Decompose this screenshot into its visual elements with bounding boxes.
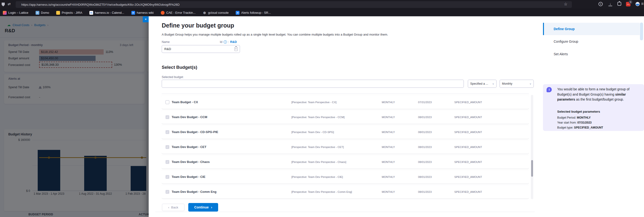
bookmark-alerts[interactable]: ≫Alerts followup - SR... xyxy=(236,11,271,15)
continue-button[interactable]: Continue › xyxy=(188,203,218,212)
wizard-steps-panel: Define Group Configure Group Set Alerts … xyxy=(541,16,644,217)
budget-row[interactable]: ✓ Team Dev Budget - CET [Perspective: Te… xyxy=(162,140,529,154)
budget-period: MONTHLY xyxy=(382,176,395,178)
budget-date: 08/01/2023 xyxy=(418,146,432,148)
step-configure-group[interactable]: Configure Group xyxy=(543,35,640,48)
chevron-right-icon: › xyxy=(211,206,212,209)
name-input[interactable]: R&D xyxy=(162,45,240,53)
budget-perspective: [Perspective: Team Dev Perspective - Cha… xyxy=(292,160,346,164)
info-bubble-icon: i xyxy=(546,87,552,92)
info-text: You would be able to form a new budget g… xyxy=(557,87,639,102)
budget-date: 08/01/2023 xyxy=(418,190,432,193)
budget-perspective: [Perspective: Team Dev Perspective - CET… xyxy=(292,146,344,148)
budget-period: MONTHLY xyxy=(382,160,395,164)
budget-period: MONTHLY xyxy=(382,101,395,104)
budget-row[interactable]: ✓ Team Dev Budget - CD-SPG-PIE [Perspect… xyxy=(162,126,529,139)
scrollbar-thumb[interactable] xyxy=(531,160,533,177)
budget-row[interactable]: ✓ Team Dev Budget - CCM [Perspective: Te… xyxy=(162,110,529,124)
domo-favicon: D xyxy=(36,11,39,15)
chevron-left-icon: ‹ xyxy=(168,206,169,209)
budget-date: 08/01/2023 xyxy=(418,131,432,134)
checkbox[interactable]: ✓ xyxy=(166,115,169,119)
bookmark-cae[interactable]: CAE - Error Trackin... xyxy=(161,11,196,15)
budget-row[interactable]: ✓ Team Dev Budget - Comm Eng [Perspectiv… xyxy=(162,185,529,198)
budget-row[interactable]: ✓ Team Dev Budget - Chaos [Perspective: … xyxy=(162,155,529,168)
close-icon[interactable]: × xyxy=(143,16,149,22)
globe-icon: ⊕ xyxy=(203,11,206,15)
pocket-icon[interactable]: ∨ xyxy=(598,2,603,6)
budget-date: 08/01/2023 xyxy=(418,160,432,164)
budget-perspective: [Perspective: Team Perspective - CX] xyxy=(292,101,336,104)
budget-period-dropdown[interactable]: Monthly ∨ xyxy=(500,80,534,88)
budget-name: Team Dev Budget - CD-SPG-PIE xyxy=(172,130,218,134)
checkbox[interactable]: ✓ xyxy=(166,175,169,179)
confluence-favicon: ≫ xyxy=(131,11,135,15)
bookmark-jira[interactable]: Projects - JIRA xyxy=(56,11,82,15)
checkbox[interactable]: ✓ xyxy=(166,160,169,164)
budget-name: Team Dev Budget - CET xyxy=(172,145,206,149)
jira-favicon xyxy=(56,11,60,15)
step-define-group[interactable]: Define Group xyxy=(543,23,640,35)
bookmark-gcloud[interactable]: ⊕gcloud console xyxy=(203,11,229,15)
selected-budget-label: Selected budget xyxy=(162,76,183,79)
budget-period: MONTHLY xyxy=(382,190,395,193)
budget-period: MONTHLY xyxy=(382,131,395,134)
modal-description: A Budget Group helps you manage multiple… xyxy=(162,33,527,36)
bookmark-calendar[interactable]: 31harness.io - Calend... xyxy=(90,11,124,15)
param-type: Budget type: SPECIFIED_AMOUNT xyxy=(557,126,603,129)
bookmark-domo[interactable]: DDomo xyxy=(36,11,49,15)
info-card: i You would be able to form a new budget… xyxy=(543,84,644,131)
divider xyxy=(155,212,535,212)
param-year-start: Year start from: 07/31/2023 xyxy=(557,121,592,124)
select-budgets-title: Select Budget(s) xyxy=(162,65,197,70)
budget-row[interactable]: ✓ Team Budget - CX [Perspective: Team Pe… xyxy=(162,96,529,109)
checkbox[interactable]: ✓ xyxy=(166,100,169,104)
info-icon[interactable]: i xyxy=(224,40,227,44)
param-period: Budget Period: MONTHLY xyxy=(557,116,591,119)
clipboard-icon[interactable] xyxy=(234,47,238,51)
account-icon[interactable] xyxy=(636,2,640,6)
bookmark-lattice[interactable]: Login – Lattice xyxy=(3,11,28,15)
budget-perspective: [Perspective: Team Dev Perspective - CIE… xyxy=(292,176,343,178)
budget-date: 07/31/2023 xyxy=(418,101,432,104)
menu-icon[interactable]: ≡ xyxy=(641,2,644,6)
budget-type-dropdown[interactable]: Specified a ... ∨ xyxy=(468,80,496,88)
checkbox[interactable]: ✓ xyxy=(166,145,169,149)
shield-icon[interactable] xyxy=(2,2,5,6)
extensions-icon[interactable] xyxy=(618,2,621,6)
name-label: Name xyxy=(162,40,170,44)
bookmark-star-icon[interactable]: ☆ xyxy=(564,2,568,7)
budget-name: Team Dev Budget - Comm Eng xyxy=(172,190,216,194)
step-set-alerts[interactable]: Set Alerts xyxy=(543,48,640,60)
swap-arrows-icon[interactable]: ⇄ xyxy=(8,2,11,6)
budget-row[interactable]: ✓ Team Dev Budget - CIE [Perspective: Te… xyxy=(162,170,529,184)
back-button[interactable]: ‹ Back xyxy=(162,204,184,211)
checkbox[interactable]: ✓ xyxy=(166,190,169,194)
chevron-down-icon: ∨ xyxy=(530,82,531,86)
checkbox[interactable]: ✓ xyxy=(166,130,169,134)
calendar-favicon: 31 xyxy=(90,11,93,15)
budget-type: SPECIFIED_AMOUNT xyxy=(454,101,482,104)
app-root: ⇄ https://app.harness.io/ng/account/wFHX… xyxy=(0,0,644,217)
id-line: Id i : R&D xyxy=(220,40,237,44)
budget-period: MONTHLY xyxy=(382,116,395,118)
budget-name: Team Dev Budget - CCM xyxy=(172,115,207,119)
id-separator: : xyxy=(228,40,229,44)
lattice-favicon xyxy=(3,11,7,15)
budget-name: Team Budget - CX xyxy=(172,100,198,104)
download-icon[interactable]: ↓ xyxy=(608,2,612,6)
bookmarks-bar: Login – Lattice DDomo Projects - JIRA 31… xyxy=(0,9,644,16)
url-text[interactable]: https://app.harness.io/ng/account/wFHXHD… xyxy=(21,3,180,6)
grafana-favicon xyxy=(161,11,164,15)
budget-date: 08/01/2023 xyxy=(418,176,432,178)
budget-group-modal: × Define your budget group A Budget Grou… xyxy=(149,16,644,217)
browser-toolbar: ⇄ https://app.harness.io/ng/account/wFHX… xyxy=(0,0,644,9)
list-scrollbar[interactable] xyxy=(531,95,533,199)
panel-scrollbar[interactable] xyxy=(640,22,643,40)
chevron-down-icon: ∨ xyxy=(492,82,494,86)
bookmark-wiki[interactable]: ≫harness wiki xyxy=(131,11,154,15)
budget-type: SPECIFIED_AMOUNT xyxy=(454,146,482,148)
budget-period: MONTHLY xyxy=(382,146,395,148)
modal-title: Define your budget group xyxy=(162,22,234,29)
selected-budget-input[interactable] xyxy=(162,80,464,88)
